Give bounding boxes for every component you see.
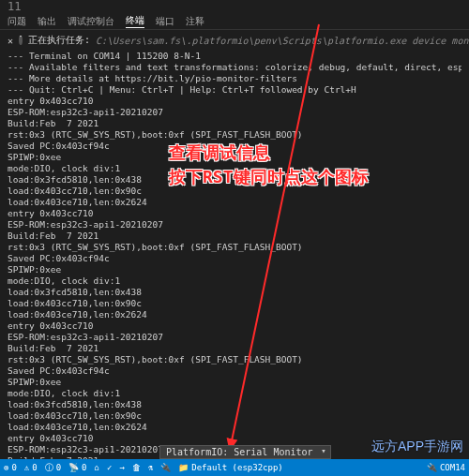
status-home[interactable]: ⌂ bbox=[95, 463, 99, 472]
terminal-line: SPIWP:0xee bbox=[8, 152, 461, 163]
terminal-line: SPIWP:0xee bbox=[8, 377, 461, 388]
tab-problems[interactable]: 问题 bbox=[8, 15, 26, 28]
task-spinner-icon bbox=[19, 36, 23, 45]
terminal-line: --- Available filters and text transform… bbox=[8, 62, 461, 73]
status-radio[interactable]: 📡 0 bbox=[68, 463, 86, 472]
terminal-line: ESP-ROM:esp32c3-api1-20210207 bbox=[8, 107, 461, 118]
terminal-line: load:0x3fcd5810,len:0x438 bbox=[8, 287, 461, 298]
status-monitor[interactable]: 🔌 bbox=[160, 463, 171, 472]
terminal-line: mode:DIO, clock div:1 bbox=[8, 275, 461, 287]
terminal-line: entry 0x403cc710 bbox=[8, 96, 461, 107]
radio-icon: 📡 bbox=[68, 463, 79, 472]
task-running-line: ✕ 正在执行任务: C:\Users\sam.fs\.platformio\pe… bbox=[0, 30, 469, 49]
terminal-line: entry 0x403cc710 bbox=[8, 320, 461, 332]
terminal-selector-bar: PlatformIO: Serial Monitor bbox=[0, 444, 469, 459]
terminal-line: --- Terminal on COM14 | 115200 8-N-1 bbox=[8, 51, 461, 62]
terminal-line: Saved PC:0x403cf94c bbox=[8, 141, 461, 152]
port-plug-icon: 🔌 bbox=[427, 463, 437, 472]
terminal-line: load:0x403cc710,len:0x90c bbox=[8, 298, 461, 309]
terminal-line: load:0x403ce710,len:0x2624 bbox=[8, 422, 461, 433]
terminal-line: ESP-ROM:esp32c3-api1-20210207 bbox=[8, 332, 461, 343]
status-errors[interactable]: ⊗ 0 bbox=[4, 463, 17, 472]
terminal-line: rst:0x3 (RTC_SW_SYS_RST),boot:0xf (SPI_F… bbox=[8, 242, 461, 253]
trash-icon: 🗑 bbox=[132, 463, 141, 472]
beaker-icon: ⚗ bbox=[148, 463, 153, 472]
status-warnings[interactable]: ⚠ 0 bbox=[24, 463, 38, 472]
radio-count: 0 bbox=[82, 463, 86, 472]
info-icon: ⓘ bbox=[45, 462, 53, 474]
top-id-label: 11 bbox=[0, 0, 469, 13]
folder-icon: 📁 bbox=[178, 463, 189, 472]
status-test[interactable]: ⚗ bbox=[148, 463, 153, 472]
terminal-line: rst:0x3 (RTC_SW_SYS_RST),boot:0xf (SPI_F… bbox=[8, 129, 461, 141]
terminal-line: load:0x3fcd5810,len:0x438 bbox=[8, 174, 461, 186]
terminal-line: Saved PC:0x403cf94c bbox=[8, 365, 461, 377]
task-running-label: 正在执行任务: bbox=[28, 34, 90, 47]
terminal-line: rst:0x3 (RTC_SW_SYS_RST),boot:0xf (SPI_F… bbox=[8, 354, 461, 365]
env-label: Default (esp32cpp) bbox=[191, 463, 283, 472]
terminal-line: ESP-ROM:esp32c3-api1-20210207 bbox=[8, 219, 461, 231]
status-bar: ⊗ 0 ⚠ 0 ⓘ 0 📡 0 ⌂ ✓ → 🗑 ⚗ 🔌 📁 Default (e… bbox=[0, 459, 469, 476]
warning-icon: ⚠ bbox=[24, 463, 29, 472]
terminal-line: entry 0x403cc710 bbox=[8, 208, 461, 219]
home-icon: ⌂ bbox=[95, 463, 99, 472]
status-upload[interactable]: → bbox=[119, 463, 124, 472]
terminal-line: Build:Feb 7 2021 bbox=[8, 118, 461, 129]
terminal-line: entry 0x403cc710 bbox=[8, 433, 461, 444]
tab-ports[interactable]: 端口 bbox=[156, 15, 174, 28]
terminal-line: --- Quit: Ctrl+C | Menu: Ctrl+T | Help: … bbox=[8, 84, 461, 96]
terminal-output[interactable]: --- Terminal on COM14 | 115200 8-N-1--- … bbox=[0, 49, 469, 476]
terminal-line: load:0x403ce710,len:0x2624 bbox=[8, 309, 461, 320]
status-env[interactable]: 📁 Default (esp32cpp) bbox=[178, 463, 283, 472]
port-label: COM14 bbox=[440, 463, 465, 472]
tab-output[interactable]: 输出 bbox=[38, 15, 56, 28]
status-port[interactable]: 🔌 COM14 bbox=[427, 463, 465, 472]
task-command-text: C:\Users\sam.fs\.platformio\penv\Scripts… bbox=[96, 36, 469, 46]
terminal-selector-dropdown[interactable]: PlatformIO: Serial Monitor bbox=[159, 445, 331, 459]
error-icon: ⊗ bbox=[4, 463, 8, 472]
terminal-line: load:0x403cc710,len:0x90c bbox=[8, 186, 461, 197]
terminal-line: load:0x403cc710,len:0x90c bbox=[8, 410, 461, 422]
terminal-line: --- More details at https://bit.ly/pio-m… bbox=[8, 73, 461, 84]
tab-comments[interactable]: 注释 bbox=[186, 15, 204, 28]
panel-tabs: 问题 输出 调试控制台 终端 端口 注释 bbox=[0, 13, 469, 30]
error-count: 0 bbox=[11, 463, 16, 472]
status-build[interactable]: ✓ bbox=[107, 463, 112, 472]
terminal-line: mode:DIO, clock div:1 bbox=[8, 388, 461, 399]
terminal-line: load:0x3fcd5810,len:0x438 bbox=[8, 399, 461, 410]
terminal-line: Build:Feb 7 2021 bbox=[8, 231, 461, 242]
warning-count: 0 bbox=[32, 463, 37, 472]
terminal-line: load:0x403ce710,len:0x2624 bbox=[8, 197, 461, 208]
terminal-line: mode:DIO, clock div:1 bbox=[8, 163, 461, 174]
terminal-line: Saved PC:0x403cf94c bbox=[8, 253, 461, 264]
terminal-line: Build:Feb 7 2021 bbox=[8, 343, 461, 354]
plug-icon: 🔌 bbox=[160, 463, 171, 472]
arrow-right-icon: → bbox=[119, 463, 124, 472]
check-icon: ✓ bbox=[107, 463, 112, 472]
status-clean[interactable]: 🗑 bbox=[132, 463, 141, 472]
task-close-icon[interactable]: ✕ bbox=[8, 36, 13, 46]
terminal-line: SPIWP:0xee bbox=[8, 264, 461, 275]
tab-debug-console[interactable]: 调试控制台 bbox=[68, 15, 114, 28]
info-count: 0 bbox=[56, 463, 61, 472]
tab-terminal[interactable]: 终端 bbox=[126, 14, 144, 28]
status-info[interactable]: ⓘ 0 bbox=[45, 462, 61, 474]
